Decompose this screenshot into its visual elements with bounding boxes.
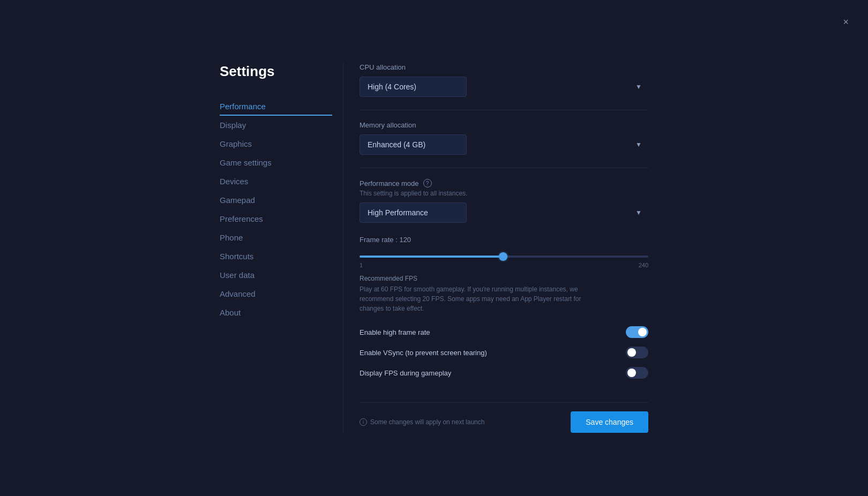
sidebar-item-devices[interactable]: Devices xyxy=(220,172,332,191)
toggle-row-high-frame-rate: Enable high frame rate xyxy=(360,322,648,342)
separator-2 xyxy=(360,168,648,168)
toggle-vsync[interactable] xyxy=(626,347,648,358)
memory-select-arrow: ▼ xyxy=(635,141,642,148)
perf-mode-section: Performance mode ? This setting is appli… xyxy=(360,179,648,223)
toggle-row-vsync: Enable VSync (to prevent screen tearing) xyxy=(360,342,648,363)
sidebar-item-game-settings[interactable]: Game settings xyxy=(220,153,332,172)
sidebar-item-about[interactable]: About xyxy=(220,303,332,322)
cpu-select-wrapper: Low (1 Core) Medium (2 Cores) High (4 Co… xyxy=(360,77,648,97)
close-button[interactable]: × xyxy=(841,15,851,29)
cpu-label: CPU allocation xyxy=(360,63,648,71)
toggle-thumb-display-fps xyxy=(627,369,636,377)
toggle-track-high-frame-rate xyxy=(626,326,648,338)
slider-min: 1 xyxy=(360,262,363,268)
sidebar-item-preferences[interactable]: Preferences xyxy=(220,209,332,228)
memory-select-wrapper: Standard (2 GB) Enhanced (4 GB) High (6 … xyxy=(360,134,648,155)
toggle-track-display-fps xyxy=(626,367,648,379)
perf-mode-label-row: Performance mode ? xyxy=(360,179,648,187)
toggle-row-display-fps: Display FPS during gameplay xyxy=(360,363,648,383)
framerate-slider[interactable] xyxy=(360,255,648,258)
footer-note: i Some changes will apply on next launch xyxy=(360,418,484,426)
sidebar-nav: Performance Display Graphics Game settin… xyxy=(220,97,332,322)
perf-mode-select-wrapper: Power Saving Balanced High Performance ▼ xyxy=(360,202,648,223)
perf-mode-title: Performance mode xyxy=(360,179,419,187)
sidebar-item-advanced[interactable]: Advanced xyxy=(220,284,332,303)
framerate-section: Frame rate : 120 1 240 Recommended FPS P… xyxy=(360,236,648,383)
page-title: Settings xyxy=(220,63,332,80)
sidebar-item-user-data[interactable]: User data xyxy=(220,266,332,284)
sidebar: Settings Performance Display Graphics Ga… xyxy=(220,63,343,433)
toggle-label-vsync: Enable VSync (to prevent screen tearing) xyxy=(360,349,487,357)
slider-range: 1 240 xyxy=(360,262,648,268)
perf-mode-note: This setting is applied to all instances… xyxy=(360,190,648,197)
memory-section: Memory allocation Standard (2 GB) Enhanc… xyxy=(360,121,648,155)
sidebar-item-gamepad[interactable]: Gamepad xyxy=(220,191,332,209)
main-content: CPU allocation Low (1 Core) Medium (2 Co… xyxy=(343,63,648,433)
separator-1 xyxy=(360,110,648,110)
memory-label: Memory allocation xyxy=(360,121,648,129)
perf-mode-info-icon[interactable]: ? xyxy=(423,179,432,187)
slider-max: 240 xyxy=(639,262,648,268)
toggle-high-frame-rate[interactable] xyxy=(626,326,648,338)
sidebar-item-phone[interactable]: Phone xyxy=(220,228,332,247)
toggle-label-display-fps: Display FPS during gameplay xyxy=(360,369,451,377)
toggle-track-vsync xyxy=(626,347,648,358)
perf-mode-select-arrow: ▼ xyxy=(635,209,642,216)
toggle-label-high-frame-rate: Enable high frame rate xyxy=(360,328,430,336)
cpu-section: CPU allocation Low (1 Core) Medium (2 Co… xyxy=(360,63,648,97)
toggle-thumb-vsync xyxy=(627,348,636,357)
settings-container: Settings Performance Display Graphics Ga… xyxy=(220,42,648,454)
toggle-display-fps[interactable] xyxy=(626,367,648,379)
memory-select[interactable]: Standard (2 GB) Enhanced (4 GB) High (6 … xyxy=(360,134,467,155)
recommended-fps-text: Play at 60 FPS for smooth gameplay. If y… xyxy=(360,284,606,313)
recommended-fps-title: Recommended FPS xyxy=(360,275,648,282)
toggle-thumb-high-frame-rate xyxy=(638,328,647,336)
sidebar-item-display[interactable]: Display xyxy=(220,116,332,134)
framerate-label: Frame rate : 120 xyxy=(360,236,648,244)
sidebar-item-performance[interactable]: Performance xyxy=(220,97,332,116)
sidebar-item-shortcuts[interactable]: Shortcuts xyxy=(220,247,332,266)
cpu-select-arrow: ▼ xyxy=(635,83,642,91)
cpu-select[interactable]: Low (1 Core) Medium (2 Cores) High (4 Co… xyxy=(360,77,467,97)
footer-info-icon: i xyxy=(360,418,367,426)
footer-row: i Some changes will apply on next launch… xyxy=(360,402,648,433)
sidebar-item-graphics[interactable]: Graphics xyxy=(220,134,332,153)
save-button[interactable]: Save changes xyxy=(571,411,648,433)
footer-note-text: Some changes will apply on next launch xyxy=(370,418,484,426)
perf-mode-select[interactable]: Power Saving Balanced High Performance xyxy=(360,202,467,223)
slider-container xyxy=(360,250,648,260)
